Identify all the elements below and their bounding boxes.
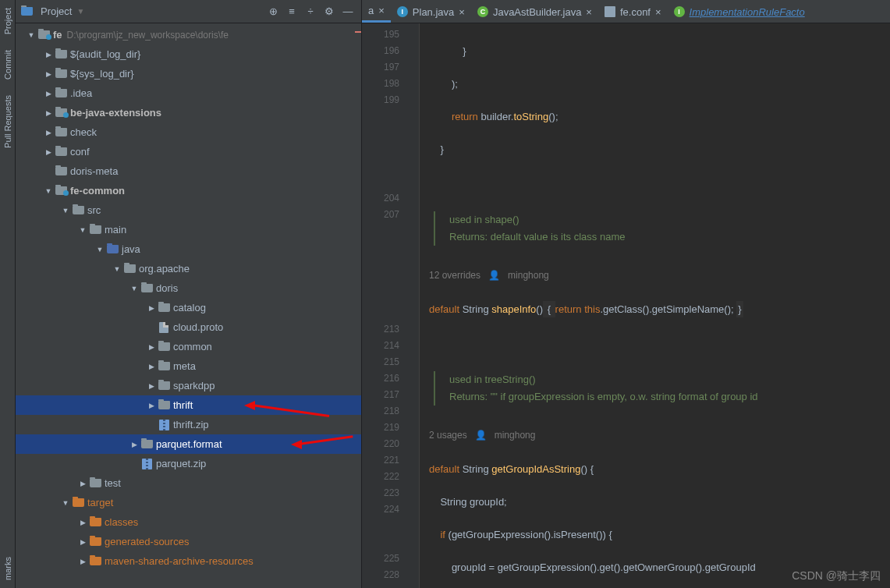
tree-item-cloud-proto[interactable]: cloud.proto	[16, 317, 361, 337]
tree-item-audit-log[interactable]: ▶${audit_log_dir}	[16, 44, 361, 64]
close-icon[interactable]: ×	[586, 7, 592, 17]
tree-item-be-java[interactable]: ▶be-java-extensions	[16, 103, 361, 122]
panel-title-dropdown[interactable]: Project ▼	[20, 5, 261, 18]
tree-item-fe-common[interactable]: ▼fe-common	[16, 181, 361, 200]
editor-tabs: a× IPlan.java× CJavaAstBuilder.java× fe.…	[362, 0, 890, 23]
annotation-arrow	[244, 401, 330, 410]
java-icon: I	[397, 6, 408, 17]
tab-plan[interactable]: IPlan.java×	[391, 1, 471, 23]
tree-item-meta[interactable]: ▶meta	[16, 356, 361, 376]
doc-hint: used in treeString()Returns: "" if group…	[434, 371, 890, 406]
dropdown-icon: ▼	[76, 7, 84, 16]
tab-impl[interactable]: IImplementationRuleFacto	[668, 1, 811, 23]
tree-item-target[interactable]: ▼target	[16, 493, 361, 512]
rail-commit[interactable]: Commit	[3, 42, 12, 87]
tree-item-sparkdpp[interactable]: ▶sparkdpp	[16, 376, 361, 395]
panel-title: Project	[41, 5, 72, 17]
project-tree[interactable]: ▼feD:\program\jz_new_workspace\doris\fe …	[16, 23, 361, 588]
java-icon: I	[674, 6, 685, 17]
tree-item-src[interactable]: ▼src	[16, 200, 361, 220]
close-icon[interactable]: ×	[459, 7, 465, 17]
tree-item-parquet-format[interactable]: ▶parquet.format	[16, 434, 361, 454]
rail-project[interactable]: Project	[3, 0, 12, 42]
tree-root[interactable]: ▼feD:\program\jz_new_workspace\doris\fe	[16, 25, 361, 44]
expand-all-icon[interactable]: ≡	[283, 3, 300, 20]
editor-area: a× IPlan.java× CJavaAstBuilder.java× fe.…	[362, 0, 890, 588]
editor-body: 1951961971981992042072132142152162172182…	[362, 23, 890, 588]
project-panel-header: Project ▼ ⊕ ≡ ÷ ⚙ —	[16, 0, 361, 23]
close-icon[interactable]: ×	[378, 5, 385, 16]
tree-item-catalog[interactable]: ▶catalog	[16, 298, 361, 317]
tree-item-main[interactable]: ▼main	[16, 220, 361, 239]
hide-panel-icon[interactable]: —	[339, 3, 356, 20]
tab-a[interactable]: a×	[362, 1, 391, 23]
tree-item-java[interactable]: ▼java	[16, 239, 361, 259]
rail-bookmarks[interactable]: marks	[3, 549, 12, 588]
watermark: CSDN @骑士李四	[792, 569, 881, 583]
rail-pull-requests[interactable]: Pull Requests	[3, 87, 12, 156]
tab-conf[interactable]: fe.conf×	[598, 1, 668, 23]
gutter-icons	[404, 23, 420, 588]
project-icon	[20, 5, 33, 18]
doc-hint: used in shape()Returns: default value is…	[434, 211, 890, 246]
tab-ast[interactable]: CJavaAstBuilder.java×	[471, 1, 598, 23]
java-icon: C	[477, 6, 488, 17]
tree-item-conf[interactable]: ▶conf	[16, 142, 361, 161]
project-panel: Project ▼ ⊕ ≡ ÷ ⚙ — ▼feD:\program\jz_new…	[16, 0, 362, 588]
select-open-file-icon[interactable]: ⊕	[264, 3, 282, 20]
settings-icon[interactable]: ⚙	[321, 3, 338, 20]
collapse-all-icon[interactable]: ÷	[302, 3, 319, 20]
tree-item-doris[interactable]: ▼doris	[16, 278, 361, 298]
tree-item-thrift[interactable]: ▶thrift	[16, 395, 361, 415]
tree-item-generated-sources[interactable]: ▶generated-sources	[16, 532, 361, 551]
left-rail: Project Commit Pull Requests marks	[0, 0, 16, 588]
tree-item-idea[interactable]: ▶.idea	[16, 83, 361, 103]
annotation-arrow	[291, 440, 353, 449]
tree-item-sys-log[interactable]: ▶${sys_log_dir}	[16, 64, 361, 83]
code-area[interactable]: } ); return builder.toString(); } used i…	[420, 23, 890, 588]
tree-item-maven-shared[interactable]: ▶maven-shared-archive-resources	[16, 551, 361, 571]
close-icon[interactable]: ×	[655, 7, 661, 17]
file-icon	[605, 6, 615, 17]
tree-item-check[interactable]: ▶check	[16, 122, 361, 142]
tree-item-test[interactable]: ▶test	[16, 473, 361, 493]
tree-item-common[interactable]: ▶common	[16, 337, 361, 356]
tree-item-org-apache[interactable]: ▼org.apache	[16, 259, 361, 278]
inlay-meta[interactable]: 12 overrides 👤minghong	[429, 267, 890, 285]
tree-item-doris-meta[interactable]: doris-meta	[16, 161, 361, 181]
tree-item-thrift-zip[interactable]: thrift.zip	[16, 415, 361, 434]
line-gutter: 1951961971981992042072132142152162172182…	[362, 23, 404, 588]
tree-item-parquet-zip[interactable]: parquet.zip	[16, 454, 361, 473]
tree-item-classes[interactable]: ▶classes	[16, 512, 361, 532]
